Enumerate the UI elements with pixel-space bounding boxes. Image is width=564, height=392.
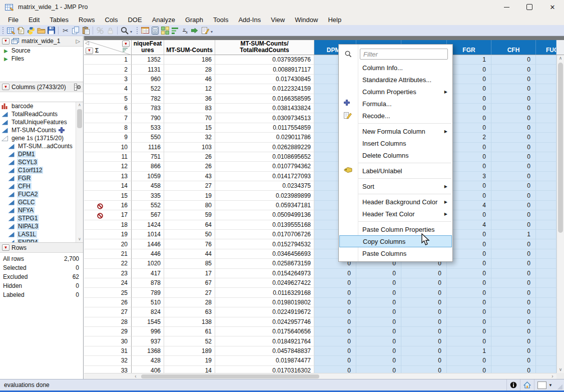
cell-mt[interactable]: 26 — [164, 162, 215, 171]
menu-item-header-text-color[interactable]: Header Text Color▶ — [339, 208, 452, 220]
cell-fgr[interactable]: 0 — [447, 123, 491, 133]
cell-ratio[interactable]: 0.017430845 — [215, 75, 314, 84]
row-state-cell[interactable]: 12 — [84, 162, 132, 171]
cell-uf[interactable]: 1446 — [132, 239, 164, 249]
column-item-las1l[interactable]: LAS1L — [0, 230, 83, 238]
cell-mt[interactable]: 28 — [164, 65, 215, 74]
menu-item-copy-columns[interactable]: Copy Columns — [339, 235, 452, 247]
row-state-cell[interactable]: 1 — [84, 55, 132, 65]
cell-fuca2[interactable] — [536, 269, 556, 278]
menu-item-recode[interactable]: Recode... — [339, 110, 452, 122]
menu-item-paste-column-properties[interactable]: Paste Column Properties — [339, 223, 452, 235]
cell-ratio[interactable]: 0.029011786 — [215, 133, 314, 142]
cell-c1orf112[interactable]: 0 — [401, 288, 447, 297]
log-info-button[interactable] — [506, 379, 520, 390]
cell-ratio[interactable]: 0.059347181 — [215, 201, 314, 210]
cell-cfh[interactable]: 0 — [491, 239, 536, 249]
cell-fgr[interactable]: 0 — [447, 162, 491, 171]
cell-mt[interactable]: 138 — [164, 317, 215, 327]
cell-cfh[interactable]: 0 — [491, 298, 536, 307]
toolbar-python-button[interactable] — [26, 26, 36, 35]
toolbar-save-button[interactable] — [46, 26, 56, 35]
cell-mt[interactable]: 26 — [164, 152, 215, 162]
cell-cfh[interactable]: 0 — [491, 201, 536, 210]
row-state-cell[interactable]: 6 — [84, 104, 132, 113]
scroll-up-icon[interactable]: ∧ — [76, 102, 83, 108]
scrollbar-thumb[interactable] — [141, 374, 319, 378]
cell-fgr[interactable]: 0 — [447, 239, 491, 249]
menu-item-formula[interactable]: Formula... — [339, 98, 452, 110]
menu-file[interactable]: File — [3, 15, 24, 25]
toolbar-paste-button[interactable] — [81, 26, 91, 35]
row-state-cell[interactable]: 22 — [84, 259, 132, 268]
cell-fuca2[interactable] — [536, 288, 556, 297]
cell-uf[interactable]: 552 — [132, 201, 164, 210]
column-item-dpm1[interactable]: DPM1 — [0, 150, 83, 158]
cell-fgr[interactable]: 0 — [447, 288, 491, 297]
row-state-cell[interactable]: 13 — [84, 172, 132, 181]
minimize-button[interactable] — [495, 0, 518, 14]
cell-cfh[interactable]: 0 — [491, 191, 536, 200]
cell-fuca2[interactable] — [536, 104, 556, 113]
cell-dpm1[interactable]: 0 — [314, 288, 356, 297]
toolbar-search-button[interactable] — [120, 26, 130, 35]
cell-mt[interactable]: 19 — [164, 191, 215, 200]
cell-cfh[interactable]: 0 — [491, 336, 536, 346]
menu-tools[interactable]: Tools — [208, 15, 233, 25]
cell-uf[interactable]: 1368 — [132, 346, 164, 356]
cell-fgr[interactable]: 2 — [447, 133, 491, 142]
cell-dpm1[interactable]: 0 — [314, 317, 356, 327]
cell-scyl3[interactable]: 0 — [356, 288, 401, 297]
scrollbar-thumb[interactable] — [77, 109, 82, 128]
table-panel-red-triangle-icon[interactable]: ▼ — [2, 38, 10, 45]
cell-uf[interactable]: 1545 — [132, 317, 164, 327]
menu-cols[interactable]: Cols — [100, 15, 123, 25]
cell-uf[interactable]: 522 — [132, 84, 164, 94]
close-button[interactable]: ✕ — [541, 0, 564, 14]
overflow-chevron-icon[interactable]: ▾ — [211, 30, 213, 34]
cell-cfh[interactable]: 0 — [491, 220, 536, 230]
cell-uf[interactable]: 510 — [132, 298, 164, 307]
cell-scyl3[interactable]: 0 — [356, 269, 401, 278]
cell-uf[interactable]: 533 — [132, 123, 164, 133]
toolbar-open-folder-button[interactable] — [36, 26, 46, 35]
cell-cfh[interactable]: 0 — [491, 278, 536, 288]
cell-mt[interactable]: 76 — [164, 239, 215, 249]
panel-expand-icon[interactable]: ▷ — [76, 38, 80, 45]
cell-fgr[interactable]: 0 — [447, 75, 491, 84]
cell-fgr[interactable]: 0 — [447, 298, 491, 307]
cell-mt[interactable]: 36 — [164, 94, 215, 104]
cell-cfh[interactable]: 0 — [491, 152, 536, 162]
table-corner-cell[interactable]: ◁ ▼ ▼ Σ — [84, 40, 132, 55]
cell-fuca2[interactable] — [536, 210, 556, 220]
column-item-gene-1s-13715-20[interactable]: gene 1s (13715/20) — [0, 134, 83, 142]
cell-fuca2[interactable] — [536, 278, 556, 288]
cell-fgr[interactable]: 0 — [447, 65, 491, 74]
menu-add-ins[interactable]: Add-Ins — [233, 15, 266, 25]
cell-cfh[interactable]: 0 — [491, 181, 536, 191]
menu-graph[interactable]: Graph — [180, 15, 208, 25]
columns-corner-red-triangle-icon[interactable]: ▼ — [122, 41, 130, 47]
cell-ratio[interactable]: 0.0107794362 — [215, 162, 314, 171]
cell-fuca2[interactable] — [536, 230, 556, 239]
cell-fuca2[interactable] — [536, 123, 556, 133]
cell-cfh[interactable]: 0 — [491, 366, 536, 373]
column-settings-icon[interactable] — [74, 84, 81, 91]
column-item-mt-sum-counts[interactable]: MT-SUM-Counts — [0, 126, 83, 134]
cell-cfh[interactable]: 0 — [491, 269, 536, 278]
cell-cfh[interactable]: 0 — [491, 104, 536, 113]
cell-ratio[interactable]: 0.0346456693 — [215, 249, 314, 259]
cell-mt[interactable]: 50 — [164, 230, 215, 239]
cell-ratio[interactable]: 0.0262889229 — [215, 143, 314, 152]
cell-mt[interactable]: 43 — [164, 172, 215, 181]
cell-fgr[interactable]: 0 — [447, 317, 491, 327]
table-panel-item-files[interactable]: ▶Files — [0, 55, 83, 63]
cell-fgr[interactable]: 0 — [447, 327, 491, 336]
cell-ratio[interactable]: 0.0198019802 — [215, 298, 314, 307]
cell-mt[interactable]: 28 — [164, 298, 215, 307]
menu-view[interactable]: View — [266, 15, 290, 25]
cell-c1orf112[interactable]: 0 — [401, 327, 447, 336]
cell-fuca2[interactable] — [536, 259, 556, 268]
cell-c1orf112[interactable]: 0 — [401, 336, 447, 346]
menu-item-insert-columns[interactable]: Insert Columns — [339, 137, 452, 149]
